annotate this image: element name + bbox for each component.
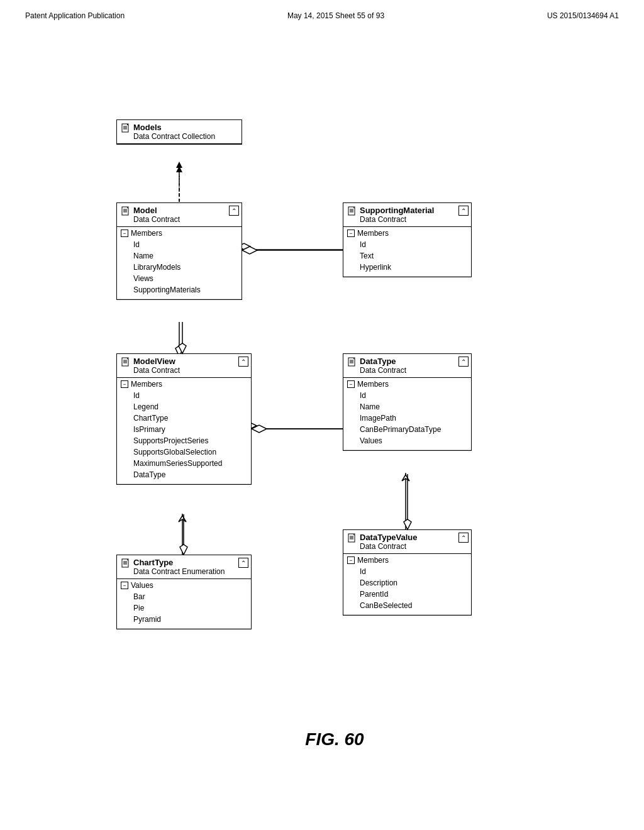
data-type-header-text: DataType Data Contract <box>360 357 406 375</box>
model-subtitle: Data Contract <box>133 215 180 224</box>
model-view-subtitle: Data Contract <box>133 366 180 375</box>
data-type-value-header: DataTypeValue Data Contract ⌃ <box>343 530 471 554</box>
list-item: Views <box>133 273 238 284</box>
supporting-material-members-toggle[interactable]: − <box>347 230 355 237</box>
list-item: ImagePath <box>360 412 467 424</box>
list-item: Id <box>360 390 467 401</box>
model-view-members-header: − Members <box>121 380 247 389</box>
list-item: Bar <box>133 591 247 602</box>
data-type-value-collapse-icon[interactable]: ⌃ <box>458 533 469 543</box>
svg-marker-11 <box>402 475 409 481</box>
list-item: SupportsGlobalSelection <box>133 446 247 458</box>
figure-caption: FIG. 60 <box>13 717 644 762</box>
data-type-doc-icon <box>347 357 357 367</box>
svg-marker-53 <box>179 343 186 353</box>
list-item: IsPrimary <box>133 424 247 435</box>
supporting-material-members-section: − Members Id Text Hyperlink <box>343 227 471 277</box>
data-type-box: DataType Data Contract ⌃ − Members Id Na… <box>343 353 472 451</box>
chart-type-values-label: Values <box>131 581 153 590</box>
data-type-value-members-toggle[interactable]: − <box>347 556 355 564</box>
list-item: CanBeSelected <box>360 600 467 611</box>
model-box: Model Data Contract ⌃ − Members Id Name … <box>116 202 242 300</box>
list-item: DataType <box>133 469 247 480</box>
models-box: Models Data Contract Collection <box>116 119 242 145</box>
list-item: Values <box>360 435 467 446</box>
diagram-area: Models Data Contract Collection Model Da… <box>0 26 644 781</box>
chart-type-header: ChartType Data Contract Enumeration ⌃ <box>117 555 251 579</box>
list-item: Id <box>360 566 467 577</box>
page-header: Patent Application Publication May 14, 2… <box>0 0 644 26</box>
model-header-text: Model Data Contract <box>133 206 180 224</box>
svg-marker-49 <box>176 166 182 172</box>
list-item: SupportingMaterials <box>133 284 238 296</box>
model-view-doc-icon <box>121 357 131 367</box>
data-type-value-members-section: − Members Id Description ParentId CanBeS… <box>343 554 471 615</box>
supporting-material-box: SupportingMaterial Data Contract ⌃ − Mem… <box>343 202 472 277</box>
supporting-material-doc-icon <box>347 206 357 216</box>
models-header: Models Data Contract Collection <box>117 120 242 144</box>
list-item: ParentId <box>360 589 467 600</box>
chart-type-box: ChartType Data Contract Enumeration ⌃ − … <box>116 555 252 629</box>
data-type-value-box: DataTypeValue Data Contract ⌃ − Members … <box>343 529 472 616</box>
model-members-section: − Members Id Name LibraryModels Views Su… <box>117 227 242 299</box>
model-view-collapse-icon[interactable]: ⌃ <box>238 357 248 367</box>
list-item: MaximumSeriesSupported <box>133 458 247 469</box>
model-members-items: Id Name LibraryModels Views SupportingMa… <box>121 238 238 297</box>
data-type-value-members-label: Members <box>357 556 389 565</box>
list-item: Text <box>360 250 467 262</box>
data-type-value-members-header: − Members <box>347 556 467 565</box>
list-item: SupportsProjectSeries <box>133 435 247 446</box>
list-item: Description <box>360 577 467 589</box>
chart-type-title: ChartType <box>133 558 225 567</box>
list-item: CanBePrimaryDataType <box>360 424 467 435</box>
list-item: Name <box>360 401 467 412</box>
data-type-value-doc-icon <box>347 533 357 543</box>
model-doc-icon <box>121 206 131 216</box>
connectors-svg <box>0 26 644 781</box>
models-subtitle: Data Contract Collection <box>133 132 215 141</box>
supporting-material-collapse-icon[interactable]: ⌃ <box>458 206 469 216</box>
chart-type-values-section: − Values Bar Pie Pyramid <box>117 579 251 629</box>
supporting-material-members-label: Members <box>357 229 389 238</box>
models-doc-icon <box>121 123 131 133</box>
model-collapse-icon[interactable]: ⌃ <box>229 206 239 216</box>
model-view-members-section: − Members Id Legend ChartType IsPrimary … <box>117 378 251 484</box>
chart-type-collapse-icon[interactable]: ⌃ <box>238 558 248 568</box>
chart-type-values-items: Bar Pie Pyramid <box>121 590 247 626</box>
supporting-material-title: SupportingMaterial <box>360 206 434 215</box>
data-type-header: DataType Data Contract ⌃ <box>343 354 471 378</box>
chart-type-values-header: − Values <box>121 581 247 590</box>
supporting-material-members-items: Id Text Hyperlink <box>347 238 467 274</box>
model-members-label: Members <box>131 229 162 238</box>
model-view-members-toggle[interactable]: − <box>121 380 128 388</box>
svg-marker-50 <box>242 246 257 254</box>
data-type-members-toggle[interactable]: − <box>347 380 355 388</box>
supporting-material-subtitle: Data Contract <box>360 215 434 224</box>
data-type-title: DataType <box>360 357 406 366</box>
svg-marker-9 <box>179 516 186 522</box>
models-header-text: Models Data Contract Collection <box>133 123 215 141</box>
model-members-toggle[interactable]: − <box>121 230 128 237</box>
model-header: Model Data Contract ⌃ <box>117 203 242 227</box>
data-type-subtitle: Data Contract <box>360 366 406 375</box>
list-item: Pyramid <box>133 614 247 625</box>
svg-marker-1 <box>176 162 182 168</box>
model-view-header-text: ModelView Data Contract <box>133 357 180 375</box>
data-type-collapse-icon[interactable]: ⌃ <box>458 357 469 367</box>
chart-type-values-toggle[interactable]: − <box>121 582 128 589</box>
data-type-value-header-text: DataTypeValue Data Contract <box>360 533 418 551</box>
model-title: Model <box>133 206 180 215</box>
list-item: Id <box>360 239 467 250</box>
list-item: Id <box>133 239 238 250</box>
connector-lines <box>0 26 644 781</box>
model-view-members-items: Id Legend ChartType IsPrimary SupportsPr… <box>121 389 247 482</box>
data-type-value-title: DataTypeValue <box>360 533 418 542</box>
supporting-material-header: SupportingMaterial Data Contract ⌃ <box>343 203 471 227</box>
header-middle: May 14, 2015 Sheet 55 of 93 <box>287 11 384 20</box>
svg-marker-57 <box>180 545 187 555</box>
list-item: ChartType <box>133 412 247 424</box>
data-type-members-label: Members <box>357 380 389 389</box>
model-view-header: ModelView Data Contract ⌃ <box>117 354 251 378</box>
list-item: Name <box>133 250 238 262</box>
list-item: Legend <box>133 401 247 412</box>
